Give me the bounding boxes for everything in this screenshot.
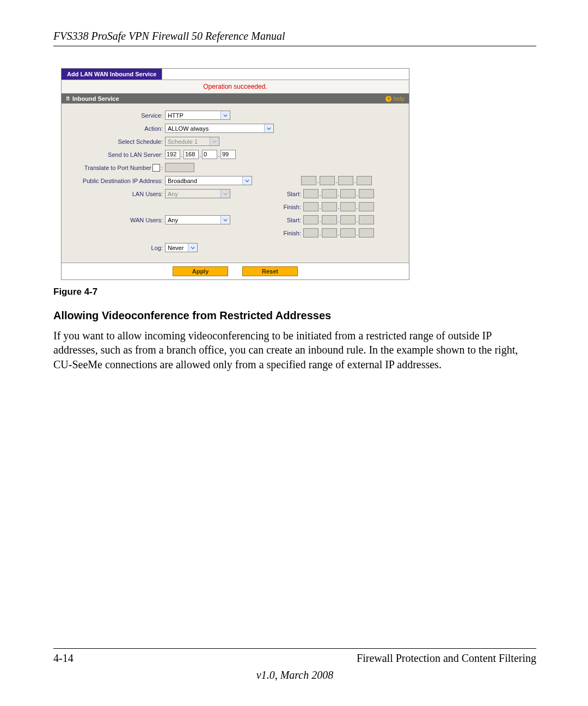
select-lan-users: Any: [165, 189, 230, 198]
label-schedule: Select Schedule:: [66, 138, 165, 145]
wan-finish-1: [303, 228, 318, 238]
label-translate-port: Translate to Port Number: [84, 165, 151, 171]
config-screenshot: Add LAN WAN Inbound Service Operation su…: [61, 68, 409, 280]
select-log-value: Never: [166, 245, 188, 251]
select-public-dest[interactable]: Broadband: [165, 176, 252, 185]
select-wan-users[interactable]: Any: [165, 215, 230, 224]
chevron-down-icon: [264, 124, 273, 132]
wan-finish-3: [340, 228, 356, 238]
select-log[interactable]: Never: [165, 243, 198, 252]
body-paragraph: If you want to allow incoming videoconfe…: [53, 328, 536, 372]
pubdest-ip-4: [357, 176, 372, 185]
chevron-down-icon: [220, 111, 230, 119]
lan-finish-2: [322, 202, 337, 211]
button-bar: Apply Reset: [62, 263, 409, 279]
help-link[interactable]: ? help: [385, 95, 405, 102]
lan-start-4: [359, 189, 374, 198]
label-wan-finish: Finish:: [230, 230, 303, 236]
pubdest-ip-1: [301, 176, 316, 185]
label-log: Log:: [66, 245, 165, 251]
label-lan-users: LAN Users:: [66, 191, 165, 197]
figure-caption: Figure 4-7: [53, 287, 536, 297]
label-service: Service:: [66, 112, 165, 119]
chevron-down-icon: [188, 244, 197, 252]
chevron-down-icon: [242, 176, 252, 185]
section-title: Inbound Service: [72, 95, 119, 102]
page-footer: 4-14 Firewall Protection and Content Fil…: [53, 648, 536, 681]
tab-add-inbound-service[interactable]: Add LAN WAN Inbound Service: [62, 69, 162, 80]
lan-ip-octet-1[interactable]: 192: [165, 150, 180, 159]
select-service-value: HTTP: [166, 112, 220, 119]
lan-start-3: [340, 189, 356, 198]
lan-start-2: [322, 189, 337, 198]
pubdest-ip-3: [338, 176, 353, 185]
help-icon: ?: [385, 96, 391, 102]
label-wan-start: Start:: [230, 217, 303, 223]
label-public-dest: Public Destination IP Address:: [66, 178, 165, 184]
grip-icon: ⠿: [66, 96, 69, 102]
status-message: Operation succeeded.: [62, 80, 409, 94]
footer-version: v1.0, March 2008: [53, 669, 536, 681]
label-send-to-lan: Send to LAN Server:: [66, 151, 165, 158]
pubdest-ip-2: [320, 176, 335, 185]
section-bar: ⠿ Inbound Service ? help: [62, 94, 409, 104]
lan-ip-octet-3[interactable]: 0: [202, 150, 217, 159]
lan-finish-3: [340, 202, 356, 211]
wan-start-4: [359, 215, 374, 224]
lan-finish-4: [359, 202, 374, 211]
doc-header: FVS338 ProSafe VPN Firewall 50 Reference…: [53, 30, 536, 46]
footer-chapter: Firewall Protection and Content Filterin…: [357, 652, 536, 665]
label-lan-finish: Finish:: [230, 204, 303, 210]
lan-ip-octet-2[interactable]: 168: [183, 150, 199, 159]
wan-start-1: [303, 215, 318, 224]
label-translate-colon: :: [161, 165, 163, 171]
wan-start-2: [322, 215, 337, 224]
section-heading: Allowing Videoconference from Restricted…: [53, 309, 536, 322]
chevron-down-icon: [220, 216, 230, 224]
chevron-down-icon: [210, 137, 219, 145]
label-action: Action:: [66, 125, 165, 132]
tab-row: Add LAN WAN Inbound Service: [62, 69, 409, 80]
apply-button[interactable]: Apply: [173, 266, 228, 276]
chevron-down-icon: [220, 190, 230, 198]
select-service[interactable]: HTTP: [165, 111, 230, 120]
select-lan-users-value: Any: [166, 191, 220, 197]
select-public-dest-value: Broadband: [166, 178, 242, 184]
help-label: help: [393, 95, 405, 102]
form-area: Service: HTTP Action: ALLOW always Selec…: [62, 104, 409, 263]
select-wan-users-value: Any: [166, 217, 220, 223]
lan-start-1: [303, 189, 318, 198]
wan-start-3: [340, 215, 356, 224]
select-action[interactable]: ALLOW always: [165, 124, 274, 133]
select-schedule-value: Schedule 1: [166, 138, 210, 145]
wan-finish-4: [359, 228, 374, 238]
footer-page-number: 4-14: [53, 652, 74, 665]
lan-finish-1: [303, 202, 318, 211]
label-wan-users: WAN Users:: [66, 217, 165, 223]
wan-finish-2: [322, 228, 337, 238]
select-schedule: Schedule 1: [165, 137, 219, 146]
select-action-value: ALLOW always: [166, 125, 264, 132]
label-lan-start: Start:: [230, 191, 303, 197]
reset-button[interactable]: Reset: [242, 266, 298, 276]
translate-port-input: [165, 163, 194, 172]
lan-ip-octet-4[interactable]: 99: [220, 150, 236, 159]
translate-port-checkbox[interactable]: [152, 164, 160, 172]
